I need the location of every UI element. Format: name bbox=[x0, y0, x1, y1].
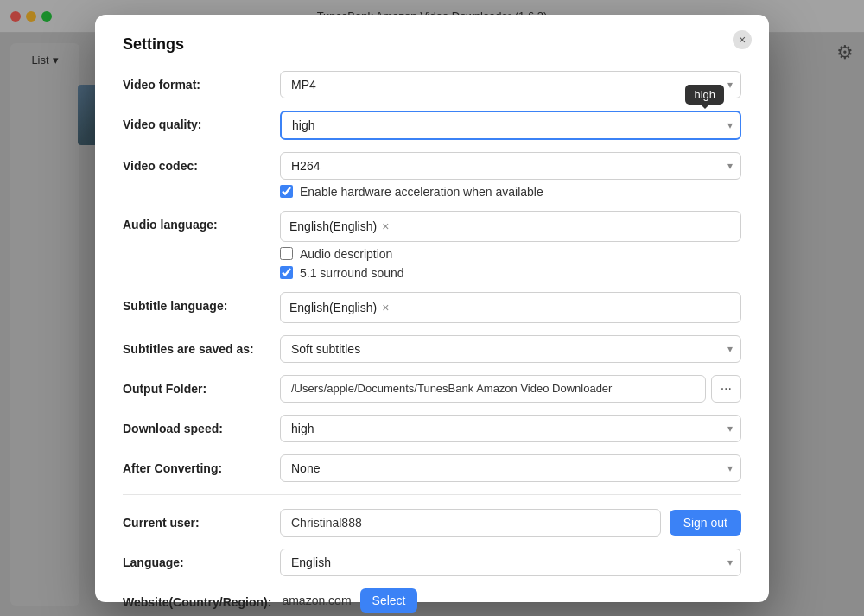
subtitle-language-control: English(English) × bbox=[280, 292, 741, 323]
video-quality-tooltip: high bbox=[685, 85, 724, 105]
download-speed-select[interactable]: high medium low bbox=[280, 415, 741, 442]
video-format-select-wrapper: MP4 MKV ▾ bbox=[280, 71, 741, 98]
video-codec-control: H264 H265 ▾ Enable hardware acceleration… bbox=[280, 152, 741, 199]
website-control: amazon.com Select bbox=[282, 588, 741, 613]
after-converting-label: After Converting: bbox=[123, 454, 270, 475]
close-dialog-button[interactable]: × bbox=[733, 30, 752, 49]
select-label: Select bbox=[372, 594, 406, 607]
website-value: amazon.com bbox=[282, 594, 351, 607]
signout-label: Sign out bbox=[683, 516, 727, 530]
video-codec-select-wrapper: H264 H265 ▾ bbox=[280, 152, 741, 180]
user-row: Sign out bbox=[280, 509, 741, 537]
video-codec-select[interactable]: H264 H265 bbox=[280, 152, 741, 180]
close-icon: × bbox=[739, 33, 746, 47]
current-user-control: Sign out bbox=[280, 509, 741, 537]
video-format-control: MP4 MKV ▾ bbox=[280, 71, 741, 98]
dialog-title: Settings bbox=[123, 35, 741, 54]
website-label: Website(Country/Region): bbox=[123, 588, 271, 609]
current-user-label: Current user: bbox=[123, 509, 270, 530]
browse-icon: ··· bbox=[721, 381, 732, 396]
video-format-row: Video format: MP4 MKV ▾ bbox=[123, 71, 741, 98]
subtitle-language-row: Subtitle language: English(English) × bbox=[123, 292, 741, 323]
audio-description-label: Audio description bbox=[300, 247, 392, 261]
subtitles-saved-as-select[interactable]: Soft subtitles Hard subtitles bbox=[280, 335, 741, 363]
output-folder-control: ··· bbox=[280, 375, 741, 403]
language-select-wrapper: English Chinese Japanese ▾ bbox=[280, 549, 741, 576]
language-control: English Chinese Japanese ▾ bbox=[280, 549, 741, 576]
after-converting-select-wrapper: None Open folder ▾ bbox=[280, 454, 741, 482]
audio-description-row: Audio description bbox=[280, 247, 741, 261]
current-user-row: Current user: Sign out bbox=[123, 509, 741, 537]
language-row: Language: English Chinese Japanese ▾ bbox=[123, 549, 741, 576]
video-quality-row: Video quality: high medium low ▾ high bbox=[123, 111, 741, 140]
subtitles-saved-as-row: Subtitles are saved as: Soft subtitles H… bbox=[123, 335, 741, 363]
audio-language-control: English(English) × Audio description 5.1… bbox=[280, 211, 741, 280]
subtitle-language-tag-input[interactable]: English(English) × bbox=[280, 292, 741, 323]
surround-sound-checkbox[interactable] bbox=[280, 266, 293, 279]
hardware-accel-checkbox[interactable] bbox=[280, 185, 293, 198]
audio-language-tag: English(English) bbox=[289, 219, 377, 233]
video-format-label: Video format: bbox=[123, 71, 270, 92]
browse-folder-button[interactable]: ··· bbox=[711, 375, 741, 403]
hardware-accel-row: Enable hardware acceleration when availa… bbox=[280, 185, 741, 199]
modal-overlay: Settings × Video format: MP4 MKV ▾ bbox=[0, 0, 864, 616]
subtitles-saved-as-select-wrapper: Soft subtitles Hard subtitles ▾ bbox=[280, 335, 741, 363]
signout-button[interactable]: Sign out bbox=[670, 510, 741, 536]
hardware-accel-label: Enable hardware acceleration when availa… bbox=[300, 185, 543, 199]
download-speed-select-wrapper: high medium low ▾ bbox=[280, 415, 741, 442]
output-folder-input[interactable] bbox=[280, 375, 706, 403]
audio-language-tag-input[interactable]: English(English) × bbox=[280, 211, 741, 242]
audio-description-checkbox[interactable] bbox=[280, 247, 293, 260]
after-converting-control: None Open folder ▾ bbox=[280, 454, 741, 482]
video-codec-row: Video codec: H264 H265 ▾ Enable hardware… bbox=[123, 152, 741, 199]
app-background: TunesBank Amazon Video Downloader (1.6.3… bbox=[0, 0, 864, 616]
subtitle-language-label: Subtitle language: bbox=[123, 292, 270, 313]
download-speed-row: Download speed: high medium low ▾ bbox=[123, 415, 741, 442]
subtitle-language-tag-close[interactable]: × bbox=[382, 301, 389, 314]
video-quality-select-wrapper: high medium low ▾ high bbox=[280, 111, 741, 140]
subtitles-saved-as-control: Soft subtitles Hard subtitles ▾ bbox=[280, 335, 741, 363]
download-speed-label: Download speed: bbox=[123, 415, 270, 435]
surround-sound-label: 5.1 surround sound bbox=[300, 266, 404, 280]
subtitles-saved-as-label: Subtitles are saved as: bbox=[123, 335, 270, 356]
after-converting-select[interactable]: None Open folder bbox=[280, 454, 741, 482]
current-user-input[interactable] bbox=[280, 509, 661, 537]
audio-language-label: Audio language: bbox=[123, 211, 270, 232]
divider bbox=[123, 494, 741, 495]
audio-language-row: Audio language: English(English) × Audio… bbox=[123, 211, 741, 280]
video-quality-label: Video quality: bbox=[123, 111, 270, 131]
settings-dialog: Settings × Video format: MP4 MKV ▾ bbox=[95, 15, 769, 602]
subtitle-language-tag: English(English) bbox=[289, 301, 377, 314]
after-converting-row: After Converting: None Open folder ▾ bbox=[123, 454, 741, 482]
language-select[interactable]: English Chinese Japanese bbox=[280, 549, 741, 576]
video-quality-control: high medium low ▾ high bbox=[280, 111, 741, 140]
output-folder-label: Output Folder: bbox=[123, 375, 270, 396]
website-row-inner: amazon.com Select bbox=[282, 588, 741, 613]
folder-row: ··· bbox=[280, 375, 741, 403]
output-folder-row: Output Folder: ··· bbox=[123, 375, 741, 403]
video-format-select[interactable]: MP4 MKV bbox=[280, 71, 741, 98]
video-codec-label: Video codec: bbox=[123, 152, 270, 173]
video-quality-select[interactable]: high medium low bbox=[280, 111, 741, 140]
language-label: Language: bbox=[123, 549, 270, 569]
download-speed-control: high medium low ▾ bbox=[280, 415, 741, 442]
surround-sound-row: 5.1 surround sound bbox=[280, 266, 741, 280]
audio-language-tag-close[interactable]: × bbox=[382, 219, 389, 233]
website-row: Website(Country/Region): amazon.com Sele… bbox=[123, 588, 741, 613]
select-website-button[interactable]: Select bbox=[360, 588, 418, 613]
